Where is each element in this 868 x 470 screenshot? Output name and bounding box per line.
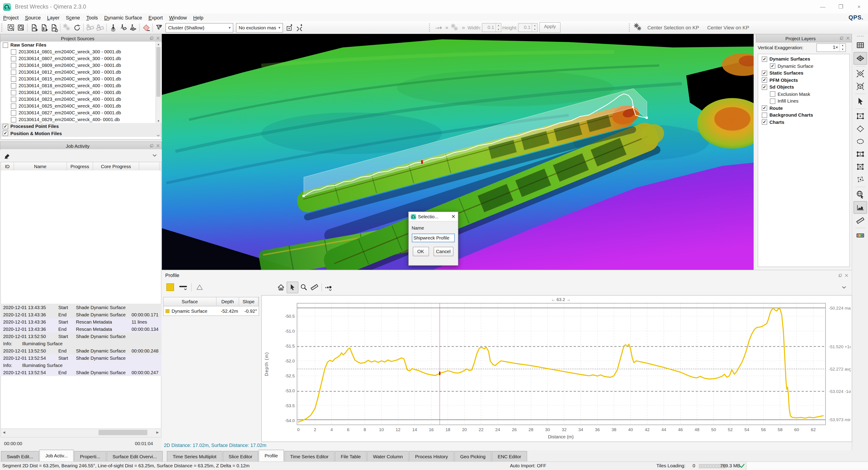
raw-sonar-file[interactable]: 20130614_0815_em2040C_wreck_300 - 0001.d… — [1, 75, 161, 82]
reload-file-icon[interactable] — [49, 23, 59, 33]
processed-point-files-group[interactable]: ✓Processed Point Files — [1, 123, 161, 130]
select-cursor-icon[interactable] — [854, 95, 867, 107]
checkbox[interactable]: ✓ — [762, 77, 767, 83]
line-style-icon[interactable] — [178, 282, 188, 293]
sonar-beam-edit-icon[interactable] — [118, 23, 128, 33]
checkbox[interactable] — [11, 96, 16, 102]
table-row[interactable]: Dynamic Surface-52.42m-0.92° — [163, 306, 259, 316]
layer-item-route[interactable]: ✓Route — [758, 105, 849, 112]
close-panel-icon[interactable] — [845, 36, 851, 41]
surface-mesh-icon[interactable] — [854, 52, 867, 65]
raw-sonar-file[interactable]: 20130614_0807_em2040C_wreck_300 - 0001.d… — [1, 55, 161, 62]
menu-item-source[interactable]: Source — [22, 15, 44, 20]
add-raw-file-icon[interactable] — [29, 23, 39, 33]
checkbox[interactable] — [11, 63, 16, 68]
home-icon[interactable] — [276, 282, 286, 293]
log-row[interactable]: 2020-12-01 13:43:36StartRescan Metadata1… — [0, 318, 161, 325]
menu-item-export[interactable]: Export — [145, 15, 166, 20]
select-points-icon[interactable] — [854, 174, 867, 185]
column-header-core-progress[interactable]: Core Progress — [93, 162, 139, 171]
checkbox[interactable]: ✓ — [3, 131, 8, 136]
checkbox[interactable]: ✓ — [762, 57, 767, 62]
zoom-extents-3d-icon[interactable] — [854, 68, 867, 80]
layer-item-dynamic-surfaces[interactable]: ✓Dynamic Surfaces — [758, 56, 849, 63]
checkbox[interactable]: ✓ — [762, 70, 767, 76]
checkbox[interactable]: ✓ — [770, 63, 775, 69]
raw-sonar-file[interactable]: 20130614_0812_em2040C_wreck_300 - 0001.d… — [1, 69, 161, 75]
log-row[interactable]: 2020-12-01 13:52:50EndShade Dynamic Surf… — [0, 347, 161, 354]
float-panel-icon[interactable] — [838, 36, 845, 41]
float-panel-icon[interactable] — [149, 143, 155, 148]
vertical-exaggeration-input[interactable]: 1× ▲▼ — [816, 43, 846, 52]
checkbox[interactable] — [11, 90, 16, 95]
layer-item-dynamic-surface[interactable]: ✓Dynamic Surface — [758, 63, 849, 70]
tab-water-column[interactable]: Water Column — [367, 451, 409, 462]
layer-item-background-charts[interactable]: Background Charts — [758, 112, 849, 119]
layer-item-pfm-objects[interactable]: ✓PFM Objects — [758, 76, 849, 84]
tab-enc-editor[interactable]: ENC Editor — [492, 451, 527, 462]
mask-draw-icon[interactable] — [284, 23, 294, 33]
close-panel-icon[interactable] — [843, 273, 850, 278]
menu-item-help[interactable]: Help — [190, 15, 207, 20]
log-row[interactable]: 2020-12-01 13:52:50StartShade Dynamic Su… — [0, 333, 161, 340]
mask-fit-icon[interactable] — [294, 23, 304, 33]
tab-process-history[interactable]: Process History — [409, 451, 454, 462]
menu-item-dynamic-surface[interactable]: Dynamic Surface — [101, 15, 145, 20]
layer-item-infill-lines[interactable]: Infill Lines — [758, 98, 849, 105]
dot-scale-icon[interactable] — [323, 282, 334, 293]
log-row[interactable]: 2020-12-01 13:43:35StartShade Dynamic Su… — [0, 304, 161, 311]
raw-sonar-file[interactable]: 20130614_0829_em2040C_wreck_400- 0001.db — [1, 116, 161, 123]
globe-pick-icon[interactable] — [854, 188, 867, 200]
raw-sonar-file[interactable]: 20130614_0827_em2040C_wreck_400 - 0001.d… — [1, 109, 161, 116]
tab-job-activ-[interactable]: Job Activ... — [39, 450, 74, 462]
log-row[interactable]: Info:Illuminating Surface — [0, 340, 161, 347]
profile-chart[interactable]: -50.224 max-51.520 +1σ-52.272 avg-53.024… — [261, 295, 852, 442]
tab-surface-edit-overvi-[interactable]: Surface Edit Overvi... — [107, 451, 163, 462]
name-input[interactable]: Shipwreck Profile — [412, 233, 455, 242]
column-header-id[interactable]: ID — [1, 162, 14, 171]
layer-item-sd-objects[interactable]: ✓Sd Objects — [758, 84, 849, 91]
log-row[interactable]: 2020-12-01 13:43:36EndShade Dynamic Surf… — [0, 311, 161, 318]
tab-slice-editor[interactable]: Slice Editor — [223, 451, 258, 462]
ok-button[interactable]: OK — [412, 247, 429, 256]
sources-corner-chevron-icon[interactable] — [155, 132, 161, 138]
checkbox[interactable] — [11, 103, 16, 109]
exclusion-mask-remove-icon[interactable] — [141, 23, 151, 33]
cursor-icon[interactable] — [286, 281, 298, 293]
exclusion-mask-select[interactable]: No exclusion mask▾ — [236, 23, 283, 32]
checkbox[interactable]: ✓ — [762, 85, 767, 90]
grid-table-icon[interactable] — [854, 39, 867, 51]
checkbox[interactable] — [762, 113, 767, 118]
layer-item-exclusion-mask[interactable]: Exclusion Mask — [758, 91, 849, 98]
height-stepper[interactable]: 0.1 ▲▼ — [518, 23, 538, 32]
apply-button[interactable]: Apply — [539, 22, 561, 33]
close-button[interactable]: × — [850, 0, 868, 13]
colormap-icon[interactable] — [854, 229, 867, 241]
job-hscrollbar[interactable]: ◀ ▶ — [0, 429, 161, 437]
column-header-name[interactable]: Name — [14, 162, 67, 171]
menu-item-layer[interactable]: Layer — [44, 15, 63, 20]
select-rect-icon[interactable] — [854, 110, 867, 122]
raw-sonar-file[interactable]: 20130614_0818_em2040C_wreck_400 - 0001.d… — [1, 82, 161, 89]
checkbox[interactable] — [770, 92, 775, 97]
cluster-select[interactable]: Cluster (Shallow)▾ — [165, 23, 233, 32]
collapse-chevron-icon[interactable] — [151, 152, 158, 159]
magnifier-icon[interactable] — [298, 282, 309, 293]
raw-sonar-files-group[interactable]: Raw Sonar Files — [1, 41, 161, 49]
raw-sonar-file[interactable]: 20130614_0823_em2040C_wreck_400 - 0001.d… — [1, 96, 161, 102]
column-header-depth[interactable]: Depth — [217, 297, 239, 306]
checkbox[interactable] — [11, 76, 16, 82]
menu-item-project[interactable]: Project — [0, 15, 22, 20]
checkbox[interactable] — [11, 110, 16, 116]
select-box-icon[interactable] — [854, 161, 867, 173]
ruler-icon[interactable] — [309, 282, 320, 293]
refresh-icon[interactable] — [72, 23, 82, 33]
center-view-kp-button[interactable]: Center View on KP — [707, 25, 749, 30]
tab-geo-picking[interactable]: Geo Picking — [454, 451, 491, 462]
layer-item-static-surfaces[interactable]: ✓Static Surfaces — [758, 70, 849, 76]
select-plane-icon[interactable] — [854, 148, 867, 160]
tab-properti-[interactable]: Properti... — [74, 451, 106, 462]
filter-pen-icon[interactable] — [154, 23, 164, 33]
log-row[interactable]: Info:Illuminating Surface — [0, 362, 161, 369]
sonar-beam-grid-icon[interactable] — [128, 23, 138, 33]
